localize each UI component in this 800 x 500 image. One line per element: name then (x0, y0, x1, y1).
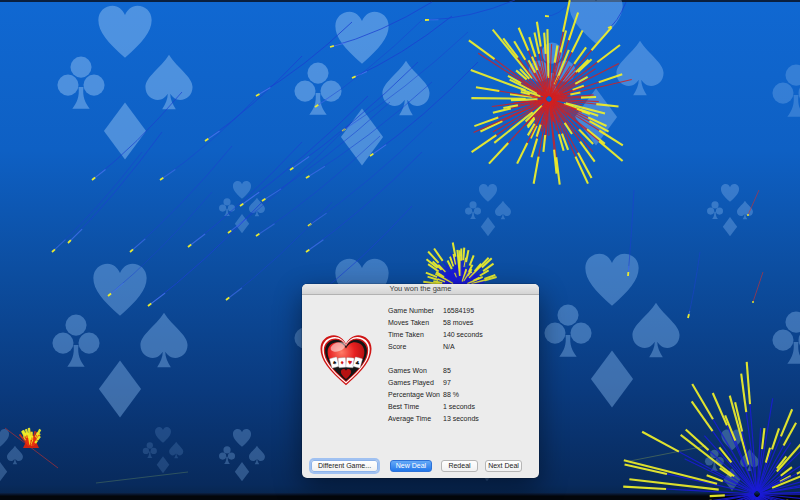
stat-value: 88 % (443, 389, 459, 401)
stat-row: Average Time13 seconds (388, 413, 533, 425)
stat-row: Moves Taken58 moves (388, 317, 533, 329)
stat-value: N/A (443, 341, 455, 353)
dialog-titlebar[interactable]: You won the game (302, 284, 539, 295)
stat-value: 97 (443, 377, 451, 389)
stat-value: 16584195 (443, 305, 474, 317)
heart-card-icon: ♥ (347, 359, 353, 365)
stat-value: 1 seconds (443, 401, 475, 413)
solitaire-table-background: You won the game ♠ (0, 0, 800, 500)
next-deal-button[interactable]: Next Deal (485, 460, 522, 472)
stat-value: 140 seconds (443, 329, 483, 341)
stat-label: Best Time (388, 401, 419, 413)
stat-value: 85 (443, 365, 451, 377)
stat-row: Time Taken140 seconds (388, 329, 533, 341)
stat-label: Moves Taken (388, 317, 429, 329)
game-stats-group: Game Number16584195 Moves Taken58 moves … (388, 305, 533, 353)
stat-value: 13 seconds (443, 413, 479, 425)
new-deal-button[interactable]: New Deal (390, 460, 432, 472)
stat-row: Best Time1 seconds (388, 401, 533, 413)
redeal-button[interactable]: Redeal (441, 460, 478, 472)
stat-row: Games Won85 (388, 365, 533, 377)
dialog-title: You won the game (390, 284, 452, 293)
stat-label: Games Played (388, 377, 434, 389)
stat-label: Percentage Won (388, 389, 440, 401)
stat-label: Average Time (388, 413, 431, 425)
win-dialog: You won the game ♠ (302, 284, 539, 478)
diamond-card-icon: ♦ (340, 359, 345, 365)
stat-row: Games Played97 (388, 377, 533, 389)
stat-label: Time Taken (388, 329, 424, 341)
lifetime-stats-group: Games Won85 Games Played97 Percentage Wo… (388, 365, 533, 425)
stat-label: Game Number (388, 305, 434, 317)
different-game-button[interactable]: Different Game... (311, 460, 378, 472)
stat-row: Percentage Won88 % (388, 389, 533, 401)
stat-label: Score (388, 341, 406, 353)
stat-row: Game Number16584195 (388, 305, 533, 317)
stat-value: 58 moves (443, 317, 473, 329)
stat-row: ScoreN/A (388, 341, 533, 353)
heart-cards-logo: ♠ ♦ ♥ ♣ (317, 331, 375, 393)
stat-label: Games Won (388, 365, 427, 377)
